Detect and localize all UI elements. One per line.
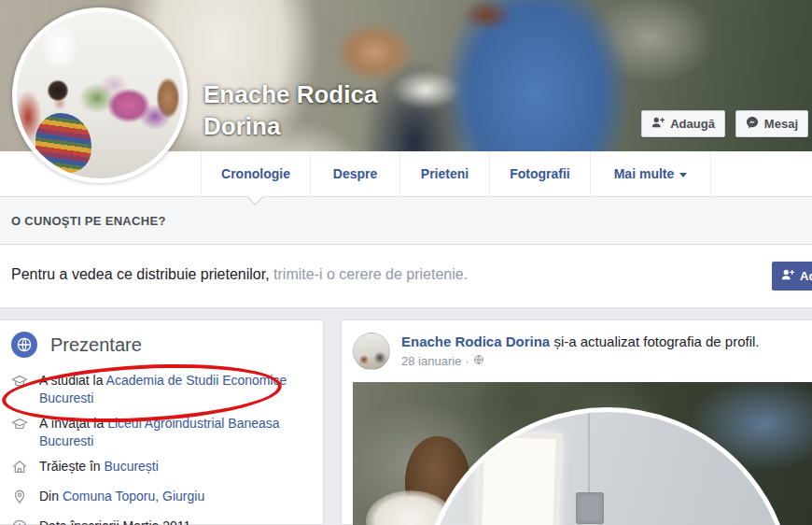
intro-item-studied: A studiat la Academia de Studii Economic… bbox=[11, 372, 312, 407]
intro-header: Prezentare bbox=[11, 332, 312, 358]
hometown-link[interactable]: Comuna Toporu, Giurgiu bbox=[63, 489, 204, 504]
tab-mai-multe[interactable]: Mai multe bbox=[591, 151, 711, 196]
location-pin-icon bbox=[11, 488, 28, 510]
intro-item-lives-in: Trăiește în București bbox=[11, 458, 312, 480]
profile-picture[interactable] bbox=[12, 7, 188, 183]
post-photo-art-layer bbox=[576, 492, 604, 524]
post-header: Enache Rodica Dorina și-a actualizat fot… bbox=[401, 320, 812, 368]
profile-name: Enache Rodica Dorina bbox=[203, 78, 377, 142]
tab-despre[interactable]: Despre bbox=[311, 151, 400, 196]
home-icon bbox=[11, 458, 28, 480]
new-profile-photo-circle bbox=[422, 407, 793, 525]
graduation-cap-icon bbox=[11, 415, 28, 450]
message-button[interactable]: Mesaj bbox=[735, 110, 808, 137]
post-action-text: și-a actualizat fotografia de profil. bbox=[550, 333, 759, 349]
intro-card: Prezentare A studiat la Academia de Stud… bbox=[0, 319, 324, 525]
know-section-header: O CUNOŞTI PE ENACHE? bbox=[0, 197, 812, 245]
globe-badge-icon bbox=[11, 332, 37, 358]
tab-prieteni[interactable]: Prieteni bbox=[400, 151, 490, 196]
post-photo[interactable] bbox=[353, 382, 812, 525]
post-photo-art-layer bbox=[474, 432, 562, 525]
tab-fotografii[interactable]: Fotografii bbox=[490, 151, 591, 196]
intro-list: A studiat la Academia de Studii Economic… bbox=[11, 372, 312, 525]
post-timestamp[interactable]: 28 ianuarie · bbox=[401, 354, 812, 368]
person-add-icon bbox=[651, 116, 665, 132]
post-photo-art-layer bbox=[588, 412, 590, 494]
intro-item-from: Din Comuna Toporu, Giurgiu bbox=[11, 488, 312, 510]
messenger-icon bbox=[746, 116, 759, 132]
intro-item-school: A învăţat la Liceul Agroindustrial Banea… bbox=[11, 415, 312, 450]
cover-action-buttons: Adaugă Mesaj bbox=[641, 110, 808, 137]
post-author-link[interactable]: Enache Rodica Dorina bbox=[401, 333, 550, 349]
post-card: Enache Rodica Dorina și-a actualizat fot… bbox=[341, 319, 812, 525]
post-author-avatar[interactable] bbox=[353, 333, 390, 370]
intro-title: Prezentare bbox=[50, 334, 142, 356]
globe-icon bbox=[473, 354, 484, 368]
know-section-title: O CUNOŞTI PE ENACHE? bbox=[11, 214, 166, 228]
caret-down-icon bbox=[679, 173, 687, 177]
add-friend-button[interactable]: Adaugă bbox=[641, 110, 725, 137]
person-add-icon bbox=[781, 268, 794, 284]
add-friend-button-primary[interactable]: Adaugă bbox=[772, 262, 812, 291]
clock-icon bbox=[11, 518, 28, 525]
intro-item-joined: Data înscrierii Martie 2011 bbox=[11, 518, 312, 525]
friend-invite-message: Pentru a vedea ce distribuie prietenilor… bbox=[11, 266, 468, 283]
friend-invite-row: Pentru a vedea ce distribuie prietenilor… bbox=[0, 245, 812, 308]
graduation-cap-icon bbox=[11, 372, 28, 407]
city-link[interactable]: București bbox=[105, 459, 159, 474]
